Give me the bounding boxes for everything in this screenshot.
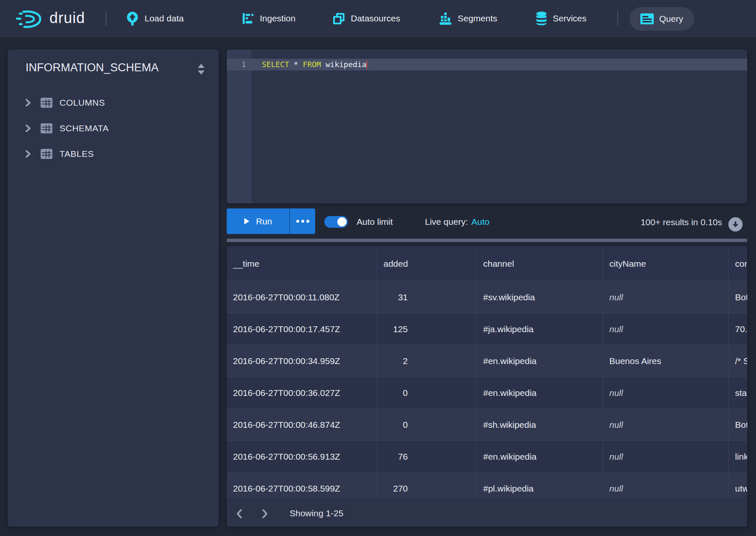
tree-item-label: SCHEMATA [60, 123, 109, 133]
nav-item-services[interactable]: Services [536, 0, 587, 37]
segments-icon [439, 12, 452, 25]
druid-logo-text[interactable]: druid [49, 9, 85, 27]
table-cell[interactable]: 76 [377, 441, 477, 473]
tree-item-label: TABLES [60, 149, 94, 159]
sql-code-line[interactable]: SELECT * FROM wikipedia [262, 59, 367, 70]
tree-item-schemata[interactable]: SCHEMATA [8, 115, 219, 141]
services-icon [536, 11, 547, 26]
sql-text: wikipedia [321, 60, 366, 69]
schema-selector[interactable]: INFORMATION_SCHEMA [8, 61, 219, 80]
table-cell[interactable]: 2016-06-27T00:00:56.913Z [227, 441, 377, 473]
chevron-right-icon[interactable] [25, 99, 31, 107]
live-query-value[interactable]: Auto [471, 217, 489, 226]
table-row: 2016-06-27T00:00:17.457Z125#ja.wikipedia… [227, 313, 747, 345]
column-header-comment[interactable]: comment [729, 246, 747, 281]
table-cell[interactable]: 125 [377, 313, 477, 345]
run-button-label: Run [256, 216, 272, 226]
table-cell[interactable]: #en.wikipedia [477, 377, 603, 409]
sql-editor[interactable]: 1 SELECT * FROM wikipedia [227, 49, 747, 203]
chevron-right-icon[interactable] [25, 124, 31, 133]
nav-item-datasources[interactable]: Datasources [332, 0, 400, 37]
table-cell[interactable]: sta [729, 377, 747, 409]
chevron-right-icon[interactable] [25, 150, 31, 158]
table-row: 2016-06-27T00:00:58.599Z270#pl.wikipedia… [227, 473, 747, 505]
table-cell[interactable]: 2 [377, 345, 477, 377]
table-cell[interactable]: 2016-06-27T00:00:34.959Z [227, 345, 377, 377]
nav-item-label: Ingestion [260, 13, 295, 23]
nav-item-label: Datasources [351, 13, 400, 23]
table-cell[interactable]: utw [729, 473, 747, 505]
download-results-button[interactable] [728, 217, 743, 232]
table-cell[interactable]: 0 [377, 409, 477, 441]
schema-tree: COLUMNS SCHEMATA TABLES [8, 90, 219, 167]
nav-separator [106, 11, 106, 26]
run-button-group: Run [227, 208, 315, 234]
nav-separator [617, 11, 618, 26]
results-table: __timeaddedchannelcityNamecomment 2016-0… [227, 246, 747, 527]
next-page-button[interactable] [258, 507, 272, 521]
previous-page-button[interactable] [232, 507, 246, 521]
nav-item-ingestion[interactable]: Ingestion [242, 0, 295, 37]
table-cell[interactable]: #sh.wikipedia [477, 409, 603, 441]
table-cell[interactable]: null [603, 281, 729, 313]
datasources-icon [332, 12, 345, 25]
pagination-bar: Showing 1-25 [227, 501, 747, 527]
table-cell[interactable]: 270 [377, 473, 477, 505]
text-cursor [366, 60, 367, 69]
tree-item-columns[interactable]: COLUMNS [8, 90, 219, 115]
druid-logo-icon[interactable] [15, 9, 44, 29]
table-cell[interactable]: Buenos Aires [603, 345, 729, 377]
table-cell[interactable]: null [603, 377, 729, 409]
table-row: 2016-06-27T00:00:36.027Z0#en.wikipedianu… [227, 377, 747, 409]
table-cell[interactable]: Bot [729, 409, 747, 441]
run-button[interactable]: Run [227, 208, 289, 234]
nav-item-label: Query [659, 14, 683, 24]
table-cell[interactable]: 0 [377, 377, 477, 409]
query-icon [640, 13, 654, 24]
table-cell[interactable]: 2016-06-27T00:00:11.080Z [227, 281, 377, 313]
table-body: 2016-06-27T00:00:11.080Z31#sv.wikipedian… [227, 281, 747, 505]
nav-item-load-data[interactable]: Load data [126, 0, 184, 37]
table-header-row: __timeaddedchannelcityNamecomment [227, 246, 747, 281]
tree-item-tables[interactable]: TABLES [8, 141, 219, 167]
auto-limit-label: Auto limit [357, 217, 393, 227]
table-cell[interactable]: null [603, 313, 729, 345]
nav-item-query[interactable]: Query [629, 7, 694, 31]
column-header-channel[interactable]: channel [477, 246, 603, 281]
sql-text: * [289, 60, 303, 69]
table-cell[interactable]: #pl.wikipedia [477, 473, 603, 505]
table-cell[interactable]: link [729, 441, 747, 473]
table-cell[interactable]: null [603, 473, 729, 505]
column-header-added[interactable]: added [377, 246, 477, 281]
column-header-__time[interactable]: __time [227, 246, 377, 281]
table-cell[interactable]: /* S [729, 345, 747, 377]
table-cell[interactable]: #sv.wikipedia [477, 281, 603, 313]
live-query-label: Live query: [425, 217, 468, 226]
table-cell[interactable]: Bot [729, 281, 747, 313]
run-more-button[interactable] [290, 208, 315, 234]
sql-keyword: SELECT [262, 60, 289, 69]
auto-limit-toggle[interactable] [324, 216, 348, 228]
table-cell[interactable]: 2016-06-27T00:00:17.457Z [227, 313, 377, 345]
table-cell[interactable]: null [603, 409, 729, 441]
top-nav: druid Load data Ingestion Datasources [0, 0, 756, 37]
column-header-cityName[interactable]: cityName [603, 246, 729, 281]
table-cell[interactable]: 31 [377, 281, 477, 313]
editor-gutter [227, 49, 251, 203]
table-cell[interactable]: null [603, 441, 729, 473]
nav-item-segments[interactable]: Segments [439, 0, 497, 37]
table-icon [41, 149, 52, 159]
resize-splitter[interactable] [227, 239, 747, 242]
toggle-knob [337, 217, 347, 226]
table-cell[interactable]: #en.wikipedia [477, 345, 603, 377]
table-row: 2016-06-27T00:00:46.874Z0#sh.wikipedianu… [227, 409, 747, 441]
table-cell[interactable]: 2016-06-27T00:00:36.027Z [227, 377, 377, 409]
table-cell[interactable]: #ja.wikipedia [477, 313, 603, 345]
table-cell[interactable]: 2016-06-27T00:00:46.874Z [227, 409, 377, 441]
ellipsis-icon [296, 220, 299, 223]
table-cell[interactable]: 70.1 [729, 313, 747, 345]
table-icon [41, 123, 52, 133]
table-cell[interactable]: #en.wikipedia [477, 441, 603, 473]
table-cell[interactable]: 2016-06-27T00:00:58.599Z [227, 473, 377, 505]
table-row: 2016-06-27T00:00:56.913Z76#en.wikipedian… [227, 441, 747, 473]
